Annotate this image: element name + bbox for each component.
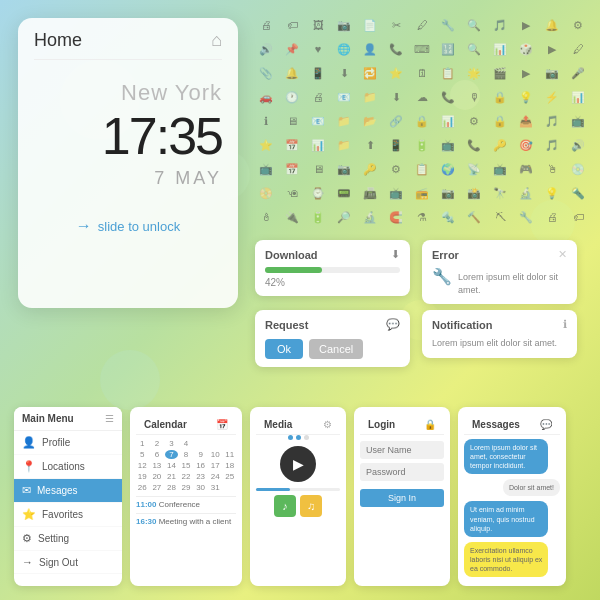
grid-icon-82: 🔑 [359, 158, 381, 180]
menu-item-favorites[interactable]: ⭐ Favorites [14, 503, 122, 527]
grid-icon-16: 🌐 [333, 38, 355, 60]
messages-panel-title: Messages [472, 419, 520, 430]
notification-widget: Notification ℹ Lorem ipsum elit dolor si… [422, 310, 577, 358]
grid-icon-50: ⚡ [541, 86, 563, 108]
menu-item-profile[interactable]: 👤 Profile [14, 431, 122, 455]
lock-title: Home [34, 30, 82, 51]
grid-icon-97: 📻 [411, 182, 433, 204]
login-header: Login 🔒 [360, 413, 444, 435]
media-slider[interactable] [256, 488, 340, 491]
grid-icon-15: ♥ [307, 38, 329, 60]
signout-icon: → [22, 556, 33, 568]
profile-label: Profile [42, 437, 70, 448]
grid-icon-96: 📺 [385, 182, 407, 204]
grid-icon-89: 🖱 [541, 158, 563, 180]
profile-icon: 👤 [22, 436, 36, 449]
lock-city: New York [34, 80, 222, 106]
menu-item-signout[interactable]: → Sign Out [14, 551, 122, 574]
grid-icon-11: 🔔 [541, 14, 563, 36]
grid-icon-94: 📟 [333, 182, 355, 204]
messages-panel-header: Messages 💬 [464, 413, 560, 435]
cancel-button[interactable]: Cancel [309, 339, 363, 359]
grid-icon-62: 📤 [515, 110, 537, 132]
media-settings-icon: ⚙ [323, 419, 332, 430]
grid-icon-1: 🏷 [281, 14, 303, 36]
setting-icon: ⚙ [22, 532, 32, 545]
menu-item-messages[interactable]: ✉ Mesages [14, 479, 122, 503]
error-widget-header: Error ✕ [432, 248, 567, 261]
grid-icon-74: 🔑 [489, 134, 511, 156]
download-widget: Download ⬇ 42% [255, 240, 410, 296]
bottom-row: Main Menu ☰ 👤 Profile 📍 Locations ✉ Mesa… [14, 407, 566, 586]
grid-icon-85: 🌍 [437, 158, 459, 180]
notification-text: Lorem ipsum elit dolor sit amet. [432, 337, 567, 350]
setting-label: Setting [38, 533, 69, 544]
grid-icon-31: ⭐ [385, 62, 407, 84]
lock-screen-panel: Home ⌂ New York 17:35 7 MAY → slide to u… [18, 18, 238, 308]
main-menu-panel: Main Menu ☰ 👤 Profile 📍 Locations ✉ Mesa… [14, 407, 122, 586]
grid-icon-28: 📱 [307, 62, 329, 84]
signin-button[interactable]: Sign In [360, 489, 444, 507]
grid-icon-81: 📷 [333, 158, 355, 180]
grid-icon-108: 🔬 [359, 206, 381, 228]
grid-icon-75: 🎯 [515, 134, 537, 156]
lock-header: Home ⌂ [34, 30, 222, 60]
grid-icon-60: ⚙ [463, 110, 485, 132]
media-icon-2: ♫ [300, 495, 322, 517]
message-3: Ut enim ad minim veniam, quis nostrud al… [464, 501, 548, 536]
media-panel: Media ⚙ ▶ ♪ ♫ [250, 407, 346, 586]
grid-icon-18: 📞 [385, 38, 407, 60]
favorites-label: Favorites [42, 509, 83, 520]
grid-icon-55: 📁 [333, 110, 355, 132]
lock-icon: 🔒 [424, 419, 436, 430]
icon-grid: 🖨🏷🖼📷📄✂🖊🔧🔍🎵▶🔔⚙🔊📌♥🌐👤📞⌨🔢🔍📊🎲▶🖊📎🔔📱⬇🔁⭐🗓📋🌟🎬▶📷🎤🚗… [255, 14, 591, 228]
request-widget-header: Request 💬 [265, 318, 400, 331]
grid-icon-19: ⌨ [411, 38, 433, 60]
grid-icon-70: 📱 [385, 134, 407, 156]
grid-icon-17: 👤 [359, 38, 381, 60]
arrow-right-icon: → [76, 217, 92, 235]
favorites-icon: ⭐ [22, 508, 36, 521]
grid-icon-30: 🔁 [359, 62, 381, 84]
grid-icon-78: 📺 [255, 158, 277, 180]
grid-icon-29: ⬇ [333, 62, 355, 84]
grid-icon-53: 🖥 [281, 110, 303, 132]
progress-label: 42% [265, 277, 400, 288]
grid-icon-98: 📷 [437, 182, 459, 204]
password-input[interactable] [360, 463, 444, 481]
grid-icon-20: 🔢 [437, 38, 459, 60]
grid-icon-21: 🔍 [463, 38, 485, 60]
grid-icon-26: 📎 [255, 62, 277, 84]
ok-button[interactable]: Ok [265, 339, 303, 359]
media-title: Media [264, 419, 292, 430]
grid-icon-105: 🔌 [281, 206, 303, 228]
close-icon[interactable]: ✕ [558, 248, 567, 261]
grid-icon-14: 📌 [281, 38, 303, 60]
grid-icon-22: 📊 [489, 38, 511, 60]
grid-icon-42: 📧 [333, 86, 355, 108]
grid-icon-47: 🎙 [463, 86, 485, 108]
grid-icon-56: 📂 [359, 110, 381, 132]
grid-icon-58: 🔒 [411, 110, 433, 132]
play-button[interactable]: ▶ [280, 446, 316, 482]
menu-item-locations[interactable]: 📍 Locations [14, 455, 122, 479]
grid-icon-59: 📊 [437, 110, 459, 132]
grid-icon-80: 🖥 [307, 158, 329, 180]
slide-unlock[interactable]: → slide to unlock [34, 217, 222, 235]
error-title: Error [432, 249, 459, 261]
grid-icon-107: 🔎 [333, 206, 355, 228]
grid-icon-63: 🎵 [541, 110, 563, 132]
menu-item-setting[interactable]: ⚙ Setting [14, 527, 122, 551]
grid-icon-35: 🎬 [489, 62, 511, 84]
request-widget: Request 💬 Ok Cancel [255, 310, 410, 367]
grid-icon-2: 🖼 [307, 14, 329, 36]
grid-icon-10: ▶ [515, 14, 537, 36]
grid-icon-0: 🖨 [255, 14, 277, 36]
username-input[interactable] [360, 441, 444, 459]
grid-icon-92: 🖲 [281, 182, 303, 204]
main-menu-title: Main Menu [22, 413, 74, 424]
grid-icon-91: 📀 [255, 182, 277, 204]
login-title: Login [368, 419, 395, 430]
media-icon-1: ♪ [274, 495, 296, 517]
grid-icon-90: 💿 [567, 158, 589, 180]
